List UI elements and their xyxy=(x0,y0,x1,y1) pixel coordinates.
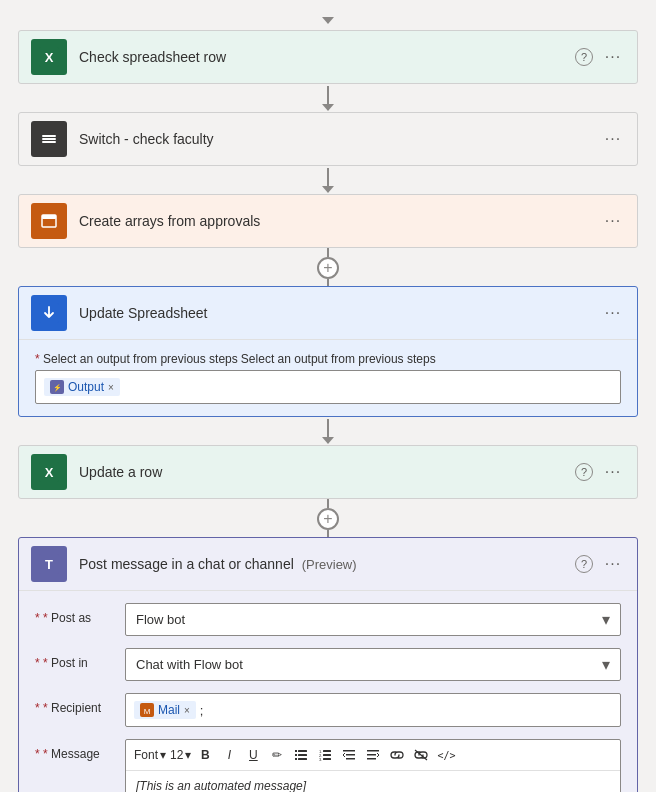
recipient-input[interactable]: M Mail × ; xyxy=(125,693,621,727)
indent-decrease-btn[interactable] xyxy=(339,744,359,766)
message-value: Font ▾ 12 ▾ B I U ✏ xyxy=(125,739,621,792)
output-token-close[interactable]: × xyxy=(108,382,114,393)
switch-icon xyxy=(31,121,67,157)
output-token-icon: ⚡ xyxy=(50,380,64,394)
recipient-token-icon: M xyxy=(140,703,154,717)
step-create-arrays: Create arrays from approvals ··· xyxy=(18,194,638,248)
font-selector[interactable]: Font ▾ xyxy=(134,748,166,762)
semicolon: ; xyxy=(200,703,204,718)
step-create-arrays-header[interactable]: Create arrays from approvals ··· xyxy=(19,195,637,247)
step-post-message-header[interactable]: T Post message in a chat or channel (Pre… xyxy=(19,538,637,590)
size-chevron: ▾ xyxy=(185,748,191,762)
select-output-label: * Select an output from previous steps xyxy=(35,352,238,366)
editor-content-area[interactable]: [This is an automated message] Bursary C… xyxy=(126,771,620,792)
recipient-value: M Mail × ; xyxy=(125,693,621,727)
line-top-2 xyxy=(327,499,329,508)
ellipsis-btn-check-spreadsheet[interactable]: ··· xyxy=(601,45,625,69)
step-check-spreadsheet-header[interactable]: X Check spreadsheet row ? ··· xyxy=(19,31,637,83)
line-top-1 xyxy=(327,248,329,257)
message-row: * Message Font ▾ 12 ▾ B xyxy=(35,739,621,792)
ellipsis-btn-update-spreadsheet[interactable]: ··· xyxy=(601,301,625,325)
step-update-spreadsheet-body: * Select an output from previous steps S… xyxy=(19,339,637,416)
svg-rect-3 xyxy=(42,135,56,137)
svg-text:X: X xyxy=(45,50,54,65)
output-token: ⚡ Output × xyxy=(44,378,120,396)
step-update-spreadsheet-header[interactable]: Update Spreadsheet ··· xyxy=(19,287,637,339)
recipient-token-label: Mail xyxy=(158,703,180,717)
message-editor[interactable]: Font ▾ 12 ▾ B I U ✏ xyxy=(125,739,621,792)
code-btn[interactable]: </> xyxy=(435,744,457,766)
svg-rect-21 xyxy=(298,754,307,756)
ellipsis-btn-update-row[interactable]: ··· xyxy=(601,460,625,484)
step-update-row: X Update a row ? ··· xyxy=(18,445,638,499)
font-chevron: ▾ xyxy=(160,748,166,762)
svg-rect-19 xyxy=(298,750,307,752)
editor-automated-msg: [This is an automated message] xyxy=(136,779,610,792)
orange-icon xyxy=(31,203,67,239)
help-icon-check-spreadsheet[interactable]: ? xyxy=(575,48,593,66)
line-bottom-1 xyxy=(327,279,329,286)
num-list-btn[interactable]: 1.2.3. xyxy=(315,744,335,766)
font-size-selector[interactable]: 12 ▾ xyxy=(170,748,191,762)
add-step-btn-1[interactable]: + xyxy=(317,257,339,279)
svg-rect-29 xyxy=(323,758,331,760)
excel-icon: X xyxy=(31,39,67,75)
ellipsis-btn-switch[interactable]: ··· xyxy=(601,127,625,151)
link-btn[interactable] xyxy=(387,744,407,766)
step-check-spreadsheet-actions: ? ··· xyxy=(575,45,625,69)
svg-rect-4 xyxy=(42,138,56,140)
bold-btn[interactable]: B xyxy=(195,744,215,766)
step-post-message-actions: ? ··· xyxy=(575,552,625,576)
recipient-label: * Recipient xyxy=(35,693,125,715)
recipient-row: * Recipient M Mail × ; xyxy=(35,693,621,727)
select-output-text: Select an output from previous steps xyxy=(241,352,436,366)
svg-rect-20 xyxy=(295,754,297,756)
bullet-list-btn[interactable] xyxy=(291,744,311,766)
output-token-input[interactable]: ⚡ Output × xyxy=(35,370,621,404)
step-check-spreadsheet-title: Check spreadsheet row xyxy=(79,49,575,65)
ellipsis-btn-post-message[interactable]: ··· xyxy=(601,552,625,576)
post-in-select[interactable]: Chat with Flow bot ▾ xyxy=(125,648,621,681)
step-check-spreadsheet: X Check spreadsheet row ? ··· xyxy=(18,30,638,84)
indent-increase-btn[interactable] xyxy=(363,744,383,766)
arrow-1 xyxy=(322,84,334,112)
svg-rect-33 xyxy=(367,750,379,752)
add-step-btn-2[interactable]: + xyxy=(317,508,339,530)
step-update-spreadsheet: Update Spreadsheet ··· * Select an outpu… xyxy=(18,286,638,417)
svg-rect-31 xyxy=(346,754,355,756)
help-icon-post-message[interactable]: ? xyxy=(575,555,593,573)
chevron-down-icon: ▾ xyxy=(602,610,610,629)
chevron-down-icon-2: ▾ xyxy=(602,655,610,674)
update-spreadsheet-icon xyxy=(31,295,67,331)
step-update-spreadsheet-title: Update Spreadsheet xyxy=(79,305,601,321)
svg-text:X: X xyxy=(45,465,54,480)
recipient-token: M Mail × xyxy=(134,701,196,719)
line-bottom-2 xyxy=(327,530,329,537)
underline-btn[interactable]: U xyxy=(243,744,263,766)
post-as-select[interactable]: Flow bot ▾ xyxy=(125,603,621,636)
post-as-label: * Post as xyxy=(35,603,125,625)
plus-connector-1: + xyxy=(317,248,339,286)
ellipsis-btn-create-arrays[interactable]: ··· xyxy=(601,209,625,233)
help-icon-update-row[interactable]: ? xyxy=(575,463,593,481)
step-update-row-header[interactable]: X Update a row ? ··· xyxy=(19,446,637,498)
step-update-row-title: Update a row xyxy=(79,464,575,480)
unlink-btn[interactable] xyxy=(411,744,431,766)
svg-text:⚡: ⚡ xyxy=(53,383,62,392)
post-message-suffix: (Preview) xyxy=(302,557,357,572)
post-as-row: * Post as Flow bot ▾ xyxy=(35,603,621,636)
svg-rect-22 xyxy=(295,758,297,760)
recipient-token-close[interactable]: × xyxy=(184,705,190,716)
step-update-row-actions: ? ··· xyxy=(575,460,625,484)
svg-rect-5 xyxy=(42,141,56,143)
flow-canvas: X Check spreadsheet row ? ··· xyxy=(0,0,656,792)
step-post-message-body: * Post as Flow bot ▾ * Post in Chat with… xyxy=(19,590,637,792)
svg-rect-27 xyxy=(323,754,331,756)
step-post-message: T Post message in a chat or channel (Pre… xyxy=(18,537,638,792)
highlight-btn[interactable]: ✏ xyxy=(267,744,287,766)
italic-btn[interactable]: I xyxy=(219,744,239,766)
post-in-label: * Post in xyxy=(35,648,125,670)
step-post-message-title: Post message in a chat or channel (Previ… xyxy=(79,556,575,572)
step-switch-faculty-header[interactable]: Switch - check faculty ··· xyxy=(19,113,637,165)
svg-text:3.: 3. xyxy=(319,757,322,762)
